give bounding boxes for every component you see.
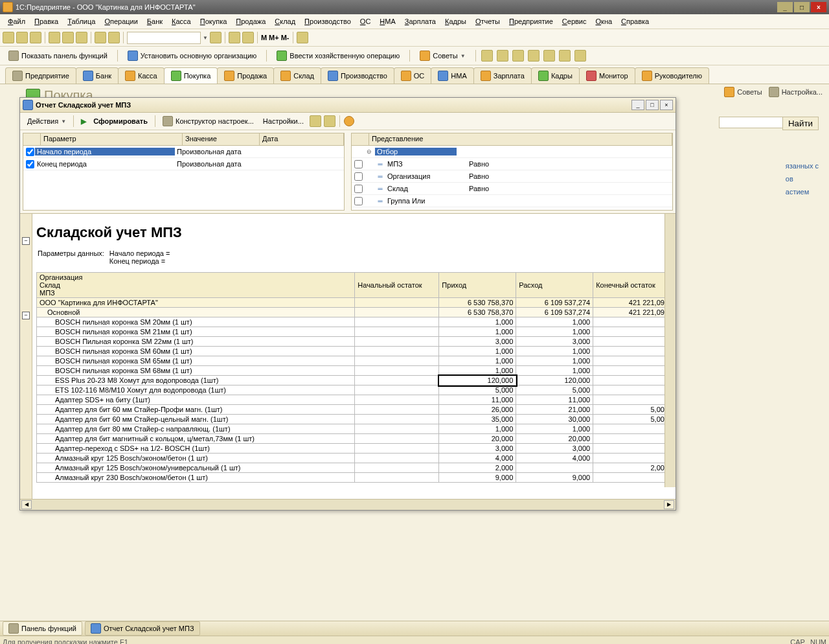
table-row[interactable]: BOSCH пильная коронка SM 65мм (1 шт)1,00… bbox=[37, 356, 672, 366]
constructor-button[interactable]: Конструктор настроек... bbox=[159, 115, 257, 128]
maximize-button[interactable]: □ bbox=[794, 2, 810, 12]
horizontal-scrollbar[interactable]: ◀ ▶ bbox=[20, 499, 676, 510]
tab-Банк[interactable]: Банк bbox=[76, 67, 119, 84]
tab-Склад[interactable]: Склад bbox=[273, 67, 321, 84]
table-row[interactable]: BOSCH Пильная коронка SM 22мм (1 шт)3,00… bbox=[37, 337, 672, 347]
tb2-icon-1[interactable] bbox=[481, 50, 493, 62]
scroll-right-button[interactable]: ▶ bbox=[664, 500, 674, 509]
report-maximize-button[interactable]: □ bbox=[646, 100, 659, 110]
menu-Предприятие[interactable]: Предприятие bbox=[505, 16, 557, 27]
report-scroll[interactable]: Складской учет МПЗ Параметры данных: Нач… bbox=[32, 214, 676, 499]
table-row[interactable]: ESS Plus 20-23 M8 Хомут для водопровода … bbox=[37, 376, 672, 385]
tips-link[interactable]: Советы bbox=[724, 87, 762, 97]
param-row[interactable]: Начало периодаПроизвольная дата bbox=[23, 146, 344, 158]
menu-Продажа[interactable]: Продажа bbox=[232, 16, 269, 27]
filter-checkbox[interactable] bbox=[354, 197, 363, 205]
menu-Склад[interactable]: Склад bbox=[271, 16, 299, 27]
menu-НМА[interactable]: НМА bbox=[376, 16, 399, 27]
search-icon[interactable] bbox=[210, 32, 221, 43]
tab-Зарплата[interactable]: Зарплата bbox=[473, 67, 532, 84]
mem-m[interactable]: М bbox=[261, 34, 267, 41]
tab-Производство[interactable]: Производство bbox=[321, 67, 394, 84]
vertical-scrollbar[interactable] bbox=[664, 214, 676, 487]
tb2-icon-6[interactable] bbox=[559, 50, 571, 62]
outline-collapse-2[interactable]: − bbox=[22, 312, 30, 319]
search-input[interactable] bbox=[127, 32, 201, 44]
tab-Кадры[interactable]: Кадры bbox=[531, 67, 580, 84]
tb2-icon-7[interactable] bbox=[574, 50, 586, 62]
tab-НМА[interactable]: НМА bbox=[431, 67, 473, 84]
tb2-icon-3[interactable] bbox=[512, 50, 524, 62]
menu-Отчеты[interactable]: Отчеты bbox=[471, 16, 504, 27]
quick-search-input[interactable] bbox=[719, 117, 788, 128]
table-row[interactable]: Адаптер SDS+ на биту (1шт)11,00011,000 bbox=[37, 395, 672, 405]
table-row[interactable]: BOSCH пильная коронка SM 20мм (1 шт)1,00… bbox=[37, 317, 672, 327]
tab-ОС[interactable]: ОС bbox=[394, 67, 432, 84]
rw-icon-1[interactable] bbox=[310, 115, 321, 127]
redo-icon[interactable] bbox=[108, 32, 120, 43]
menu-Окна[interactable]: Окна bbox=[592, 16, 617, 27]
tb2-icon-4[interactable] bbox=[528, 50, 539, 62]
filter-row[interactable]: ═Группа Или bbox=[352, 195, 672, 207]
menu-Касса[interactable]: Касса bbox=[168, 16, 195, 27]
find-button[interactable]: Найти bbox=[782, 117, 819, 130]
report-minimize-button[interactable]: _ bbox=[631, 100, 644, 110]
table-row[interactable]: ООО "Картинка для ИНФОСТАРТА"6 530 758,3… bbox=[37, 298, 672, 308]
table-row[interactable]: Адаптер для бит 80 мм Стайер-с направляю… bbox=[37, 424, 672, 434]
table-row[interactable]: Адаптер для бит 60 мм Стайер-Профи магн.… bbox=[37, 405, 672, 415]
filter-row[interactable]: ⊖Отбор bbox=[352, 146, 672, 158]
tab-Касса[interactable]: Касса bbox=[118, 67, 165, 84]
filter-checkbox[interactable] bbox=[354, 160, 363, 168]
tab-Продажа[interactable]: Продажа bbox=[217, 67, 274, 84]
undo-icon[interactable] bbox=[95, 32, 106, 43]
filter-row[interactable]: ═МПЗРавно bbox=[352, 158, 672, 170]
save-icon[interactable] bbox=[30, 32, 41, 43]
table-row[interactable]: ETS 102-116 M8/M10 Хомут для водопровода… bbox=[37, 385, 672, 395]
menu-Сервис[interactable]: Сервис bbox=[558, 16, 591, 27]
calendar-icon[interactable] bbox=[242, 32, 254, 43]
menu-Банк[interactable]: Банк bbox=[143, 16, 166, 27]
tab-Руководителю[interactable]: Руководителю bbox=[635, 67, 709, 84]
menu-ОС[interactable]: ОС bbox=[356, 16, 375, 27]
table-row[interactable]: Основной6 530 758,3706 109 537,274421 22… bbox=[37, 308, 672, 317]
tips-button[interactable]: Советы▼ bbox=[415, 49, 470, 63]
rw-icon-2[interactable] bbox=[324, 115, 335, 127]
set-org-button[interactable]: Установить основную организацию bbox=[123, 49, 262, 63]
menu-Файл[interactable]: Файл bbox=[4, 16, 29, 27]
table-row[interactable]: BOSCH пильная коронка SM 21мм (1 шт)1,00… bbox=[37, 327, 672, 337]
table-row[interactable]: BOSCH пильная коронка SM 68мм (1 шт)1,00… bbox=[37, 366, 672, 376]
close-button[interactable]: × bbox=[811, 2, 826, 12]
menu-Производство[interactable]: Производство bbox=[301, 16, 355, 27]
task-panel-functions[interactable]: Панель функций bbox=[3, 621, 82, 636]
task-report[interactable]: Отчет Складской учет МПЗ bbox=[85, 621, 200, 636]
tb2-icon-5[interactable] bbox=[543, 50, 555, 62]
report-close-button[interactable]: × bbox=[660, 100, 673, 110]
open-icon[interactable] bbox=[16, 32, 28, 43]
filter-checkbox[interactable] bbox=[354, 185, 363, 193]
tab-Монитор[interactable]: Монитор bbox=[579, 67, 635, 84]
menu-Правка[interactable]: Правка bbox=[30, 16, 62, 27]
help-icon[interactable] bbox=[344, 116, 354, 126]
settings-button[interactable]: Настройки... bbox=[260, 116, 307, 126]
copy-icon[interactable] bbox=[62, 32, 74, 43]
settings-link[interactable]: Настройка... bbox=[769, 87, 823, 97]
table-row[interactable]: Адаптер для бит магнитный с кольцом, ц/м… bbox=[37, 434, 672, 444]
menu-Кадры[interactable]: Кадры bbox=[441, 16, 470, 27]
menu-Справка[interactable]: Справка bbox=[617, 16, 653, 27]
tab-Предприятие[interactable]: Предприятие bbox=[5, 67, 76, 84]
scroll-left-button[interactable]: ◀ bbox=[21, 500, 32, 509]
minimize-button[interactable]: _ bbox=[777, 2, 793, 12]
filter-row[interactable]: ═СкладРавно bbox=[352, 183, 672, 195]
menu-Зарплата[interactable]: Зарплата bbox=[401, 16, 440, 27]
wrench-icon[interactable] bbox=[297, 32, 308, 43]
cut-icon[interactable] bbox=[49, 32, 60, 43]
menu-Покупка[interactable]: Покупка bbox=[196, 16, 231, 27]
table-row[interactable]: BOSCH пильная коронка SM 60мм (1 шт)1,00… bbox=[37, 347, 672, 356]
param-checkbox[interactable] bbox=[26, 160, 34, 168]
menu-Операции[interactable]: Операции bbox=[100, 16, 141, 27]
mem-mplus[interactable]: М+ bbox=[269, 34, 279, 41]
side-link[interactable]: ов bbox=[786, 175, 819, 183]
table-row[interactable]: Алмазный круг 125 Bosch/эконом/универсал… bbox=[37, 463, 672, 473]
paste-icon[interactable] bbox=[76, 32, 87, 43]
side-link[interactable]: язанных с bbox=[786, 162, 819, 170]
